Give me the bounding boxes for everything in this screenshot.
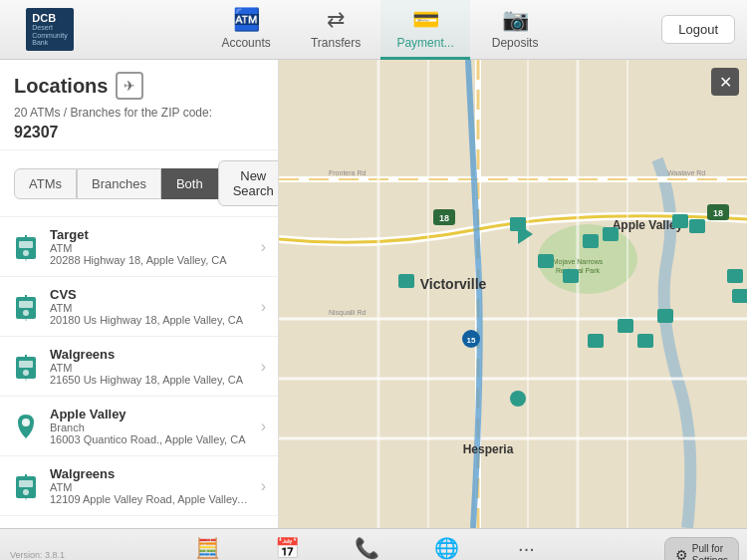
locations-title-row: Locations ✈: [14, 72, 264, 100]
bottom-item-contact[interactable]: 📞 Contact: [327, 529, 406, 561]
svg-point-7: [23, 370, 29, 376]
location-item[interactable]: TargetATM20288 Highway 18, Apple Valley,…: [0, 217, 278, 277]
branch-icon: [12, 413, 40, 440]
location-address: 21650 Us Highway 18, Apple Valley, CA: [50, 374, 251, 386]
main-layout: Locations ✈ 20 ATMs / Branches for the Z…: [0, 60, 747, 528]
svg-rect-64: [510, 217, 526, 231]
filter-both-button[interactable]: Both: [161, 168, 218, 199]
chevron-right-icon: ›: [261, 238, 266, 256]
bottom-item-more[interactable]: ··· More: [486, 529, 566, 561]
location-info: Apple ValleyBranch16003 Quantico Road., …: [50, 407, 251, 445]
svg-text:Mojave Narrows: Mojave Narrows: [553, 258, 604, 266]
chevron-right-icon: ›: [261, 298, 266, 316]
location-info: WalgreensATM12109 Apple Valley Road, App…: [50, 466, 251, 505]
svg-text:Nisqualli Rd: Nisqualli Rd: [329, 309, 366, 317]
logo-sub-text: DesertCommunityBank: [32, 24, 67, 47]
zip-code-value: 92307: [14, 124, 264, 141]
location-type: ATM: [50, 242, 251, 254]
more-icon: ···: [518, 537, 535, 560]
location-item[interactable]: CVSATM20180 Us Highway 18, Apple Valley,…: [0, 277, 278, 337]
accounts-icon: 🏧: [233, 7, 260, 33]
location-info: WalgreensATM21650 Us Highway 18, Apple V…: [50, 347, 251, 386]
nav-item-deposits[interactable]: 📷 Deposits: [470, 0, 560, 60]
accounts-label: Accounts: [221, 36, 270, 50]
atm-icon: [12, 233, 40, 261]
nav-item-payments[interactable]: 💳 Payment...: [380, 0, 470, 60]
sidebar-header: Locations ✈ 20 ATMs / Branches for the Z…: [0, 60, 278, 150]
map-area: 18 18 15 Victorville Apple Valley Hesper…: [279, 60, 747, 528]
svg-rect-56: [618, 319, 633, 333]
filter-row: ATMs Branches Both New Search: [0, 150, 278, 217]
locations-title-text: Locations: [14, 75, 108, 98]
location-type: ATM: [50, 481, 251, 493]
map-svg: 18 18 15 Victorville Apple Valley Hesper…: [279, 60, 747, 528]
bottom-item-calculator[interactable]: 🧮 Calculator: [167, 529, 247, 561]
atm-icon: [12, 293, 40, 321]
filter-atms-button[interactable]: ATMs: [14, 168, 77, 199]
svg-rect-12: [19, 480, 33, 487]
zip-info-text: 20 ATMs / Branches for the ZIP code:: [14, 106, 264, 120]
location-item[interactable]: TargetATM19201 Bear Valley Road, Apple V…: [0, 516, 278, 528]
logout-button[interactable]: Logout: [661, 15, 735, 44]
location-info: TargetATM20288 Highway 18, Apple Valley,…: [50, 227, 251, 266]
deposits-icon: 📷: [502, 7, 529, 33]
svg-rect-58: [657, 309, 673, 323]
location-address: 20288 Highway 18, Apple Valley, CA: [50, 254, 251, 266]
location-address: 12109 Apple Valley Road, Apple Valley, C…: [50, 493, 251, 505]
bottom-item-online-banking[interactable]: 🌐 Online Banking: [406, 529, 486, 561]
svg-rect-2: [19, 241, 33, 248]
svg-point-1: [23, 250, 29, 256]
chevron-right-icon: ›: [261, 477, 266, 495]
new-search-button[interactable]: New Search: [218, 160, 279, 206]
atm-icon: [12, 472, 40, 500]
location-list: TargetATM20288 Highway 18, Apple Valley,…: [0, 217, 278, 528]
svg-rect-60: [732, 289, 747, 303]
nav-item-accounts[interactable]: 🏧 Accounts: [201, 0, 291, 60]
svg-rect-51: [689, 219, 705, 233]
bottom-item-calendar[interactable]: 📅 Calendar: [247, 529, 327, 561]
svg-rect-5: [19, 301, 33, 308]
svg-rect-19: [279, 60, 747, 528]
deposits-label: Deposits: [492, 36, 539, 50]
calculator-icon: 🧮: [195, 536, 220, 560]
svg-rect-8: [19, 361, 33, 368]
location-type: Branch: [50, 421, 251, 433]
location-navigate-icon[interactable]: ✈: [116, 72, 143, 100]
bottom-bar: Version: 3.8.1 🧮 Calculator 📅 Calendar 📞…: [0, 528, 747, 560]
svg-text:15: 15: [467, 336, 476, 345]
nav-items: 🏧 Accounts ⇄ Transfers 💳 Payment... 📷 De…: [100, 0, 661, 60]
payments-icon: 💳: [412, 7, 439, 33]
location-info: CVSATM20180 Us Highway 18, Apple Valley,…: [50, 287, 251, 326]
chevron-right-icon: ›: [261, 418, 266, 435]
location-name: Walgreens: [50, 466, 251, 481]
online-banking-icon: 🌐: [434, 536, 459, 560]
location-address: 20180 Us Highway 18, Apple Valley, CA: [50, 314, 251, 326]
transfers-icon: ⇄: [327, 7, 345, 33]
chevron-right-icon: ›: [261, 358, 266, 376]
svg-rect-59: [727, 269, 743, 283]
location-type: ATM: [50, 302, 251, 314]
version-text: Version: 3.8.1: [0, 550, 70, 560]
nav-item-transfers[interactable]: ⇄ Transfers: [291, 0, 380, 60]
svg-rect-50: [672, 214, 688, 228]
svg-text:18: 18: [713, 208, 723, 218]
svg-text:18: 18: [439, 213, 449, 223]
settings-button[interactable]: ⚙ Pull forSettings: [664, 537, 739, 561]
payments-label: Payment...: [396, 36, 453, 50]
settings-gear-icon: ⚙: [675, 547, 688, 561]
logo-main-text: DCB: [32, 12, 67, 24]
settings-label: Pull forSettings: [692, 543, 728, 561]
map-close-button[interactable]: ✕: [711, 68, 739, 96]
svg-rect-55: [588, 334, 604, 348]
filter-branches-button[interactable]: Branches: [77, 168, 161, 199]
logo-area: DCB DesertCommunityBank: [0, 2, 100, 57]
location-item[interactable]: Apple ValleyBranch16003 Quantico Road., …: [0, 397, 278, 456]
location-item[interactable]: WalgreensATM21650 Us Highway 18, Apple V…: [0, 337, 278, 397]
location-item[interactable]: WalgreensATM12109 Apple Valley Road, App…: [0, 456, 278, 516]
top-navigation: DCB DesertCommunityBank 🏧 Accounts ⇄ Tra…: [0, 0, 747, 60]
svg-point-11: [23, 489, 29, 495]
location-type: ATM: [50, 362, 251, 374]
logo-box: DCB DesertCommunityBank: [26, 8, 73, 51]
svg-rect-53: [538, 254, 554, 268]
transfers-label: Transfers: [311, 36, 361, 50]
